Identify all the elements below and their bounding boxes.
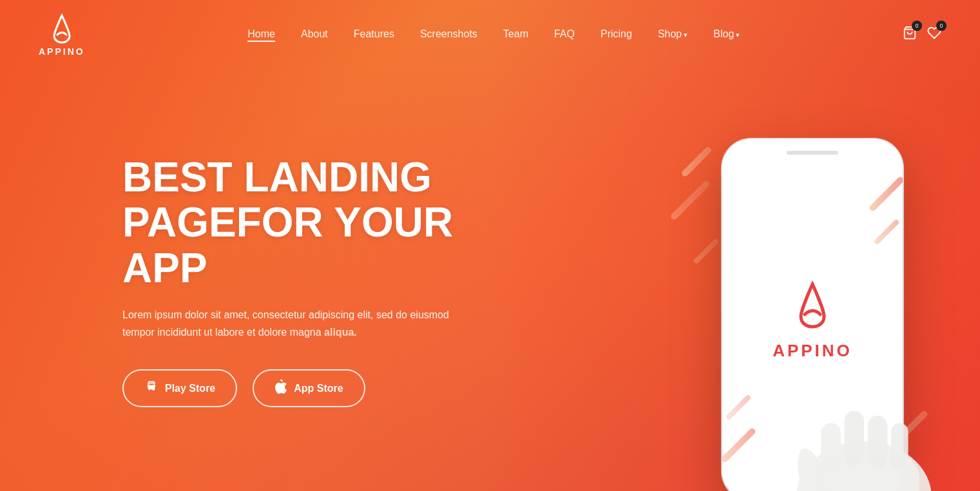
- nav-item-home[interactable]: Home: [247, 28, 275, 40]
- hero-desc-plain: Lorem ipsum dolor sit amet, consectetur …: [122, 309, 449, 338]
- phone-notch: [787, 151, 838, 155]
- nav-link-blog[interactable]: Blog: [713, 28, 740, 39]
- nav-link-features[interactable]: Features: [354, 28, 394, 39]
- svg-rect-9: [845, 410, 864, 466]
- app-store-label: App Store: [294, 383, 343, 394]
- hero-description: Lorem ipsum dolor sit amet, consectetur …: [122, 306, 470, 341]
- cart-badge: 0: [912, 21, 922, 31]
- nav-link-home[interactable]: Home: [247, 28, 275, 42]
- hero-title-line1: BEST LANDING: [122, 154, 432, 200]
- nav-link-faq[interactable]: FAQ: [554, 28, 575, 39]
- hero-title: BEST LANDING PAGEFOR YOUR APP: [122, 155, 522, 291]
- apple-icon: [274, 380, 287, 397]
- nav-item-blog[interactable]: Blog: [713, 28, 740, 40]
- phone-mockup: APPINO: [671, 120, 941, 491]
- nav-item-screenshots[interactable]: Screenshots: [420, 28, 477, 40]
- svg-rect-8: [821, 423, 840, 472]
- android-svg: [144, 380, 159, 394]
- play-store-button[interactable]: Play Store: [122, 369, 237, 407]
- nav-link-screenshots[interactable]: Screenshots: [420, 28, 477, 39]
- android-icon: [144, 380, 159, 397]
- wishlist-button[interactable]: 0: [927, 26, 941, 43]
- hero-title-line2: PAGEFOR YOUR APP: [122, 199, 453, 291]
- cart-button[interactable]: 0: [903, 26, 917, 43]
- cta-button-group: Play Store App Store: [122, 369, 522, 407]
- app-store-button[interactable]: App Store: [253, 369, 365, 407]
- svg-point-2: [149, 385, 151, 387]
- nav-item-faq[interactable]: FAQ: [554, 28, 575, 40]
- hand-illustration: [774, 300, 954, 491]
- nav-item-team[interactable]: Team: [503, 28, 528, 40]
- svg-rect-10: [868, 416, 887, 468]
- nav-link-team[interactable]: Team: [503, 28, 528, 39]
- logo-text: APPINO: [39, 46, 85, 57]
- nav-item-pricing[interactable]: Pricing: [600, 28, 632, 40]
- nav-item-about[interactable]: About: [301, 28, 328, 40]
- nav-item-shop[interactable]: Shop: [658, 28, 687, 40]
- nav-actions: 0 0: [903, 26, 941, 43]
- hero-text-block: BEST LANDING PAGEFOR YOUR APP Lorem ipsu…: [122, 155, 522, 408]
- hero-section: APPINO Home About Features Screenshots T…: [0, 0, 980, 491]
- nav-link-about[interactable]: About: [301, 28, 328, 39]
- svg-point-3: [152, 385, 153, 387]
- navbar: APPINO Home About Features Screenshots T…: [0, 0, 980, 68]
- play-store-label: Play Store: [165, 383, 215, 394]
- hero-desc-highlight: aliqua.: [324, 327, 357, 338]
- svg-rect-11: [891, 423, 908, 468]
- hero-content: BEST LANDING PAGEFOR YOUR APP Lorem ipsu…: [0, 68, 980, 491]
- logo[interactable]: APPINO: [39, 12, 85, 57]
- nav-links: Home About Features Screenshots Team FAQ…: [247, 28, 740, 40]
- nav-item-features[interactable]: Features: [354, 28, 394, 40]
- logo-svg: [45, 12, 79, 45]
- nav-link-pricing[interactable]: Pricing: [600, 28, 632, 39]
- apple-svg: [274, 380, 287, 394]
- wishlist-badge: 0: [936, 21, 946, 31]
- nav-link-shop[interactable]: Shop: [658, 28, 687, 39]
